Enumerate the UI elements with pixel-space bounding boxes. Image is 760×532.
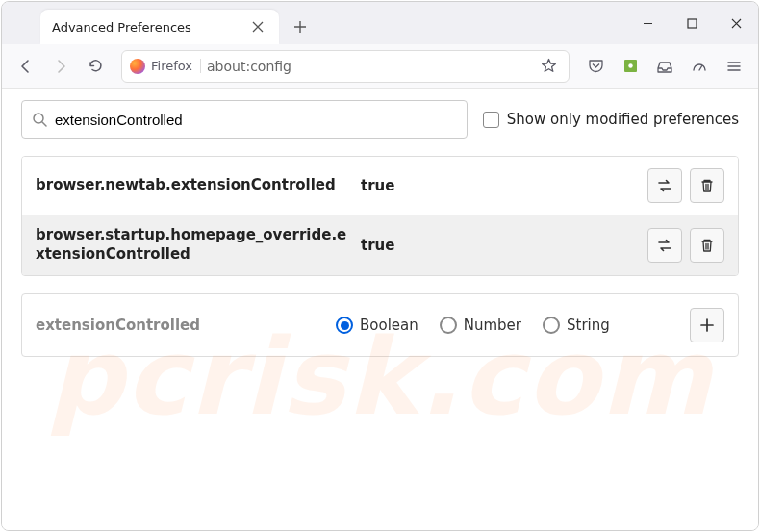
- identity-label: Firefox: [151, 59, 201, 73]
- checkbox-icon: [483, 112, 499, 128]
- profiler-button[interactable]: [683, 50, 716, 83]
- radio-label: Boolean: [360, 317, 418, 334]
- search-icon: [32, 112, 47, 127]
- type-radio-group: Boolean Number String: [336, 317, 678, 334]
- search-input[interactable]: [55, 112, 457, 128]
- new-pref-name: extensionControlled: [36, 317, 324, 334]
- pocket-button[interactable]: [579, 50, 612, 83]
- radio-icon: [543, 317, 560, 334]
- inbox-button[interactable]: [648, 50, 681, 83]
- radio-icon: [336, 317, 353, 334]
- firefox-logo-icon: [130, 59, 145, 74]
- close-window-button[interactable]: [714, 2, 758, 44]
- show-modified-checkbox[interactable]: Show only modified preferences: [483, 111, 739, 128]
- browser-tab[interactable]: Advanced Preferences: [40, 10, 279, 44]
- radio-label: Number: [464, 317, 521, 334]
- window-controls: [625, 2, 758, 44]
- pref-value: true: [361, 177, 640, 194]
- tab-title: Advanced Preferences: [52, 20, 248, 35]
- delete-button[interactable]: [690, 228, 724, 263]
- maximize-button[interactable]: [670, 2, 714, 44]
- search-box[interactable]: [21, 100, 468, 139]
- back-button[interactable]: [10, 50, 42, 83]
- prefs-table: browser.newtab.extensionControlled true …: [21, 156, 739, 276]
- add-button[interactable]: [690, 308, 724, 342]
- search-row: Show only modified preferences: [21, 100, 739, 139]
- toggle-button[interactable]: [647, 168, 682, 203]
- minimize-button[interactable]: [625, 2, 670, 44]
- pref-row: browser.newtab.extensionControlled true: [22, 157, 738, 215]
- pref-row: browser.startup.homepage_override.extens…: [22, 215, 738, 275]
- show-modified-label: Show only modified preferences: [507, 111, 739, 128]
- radio-icon: [440, 317, 457, 334]
- url-bar[interactable]: Firefox about:config: [121, 50, 570, 83]
- pref-value: true: [361, 237, 640, 254]
- nav-toolbar: Firefox about:config: [2, 44, 758, 89]
- page-content: pcrisk.com Show only modified preference…: [2, 89, 758, 530]
- toggle-button[interactable]: [647, 228, 682, 263]
- radio-number[interactable]: Number: [440, 317, 521, 334]
- close-tab-icon[interactable]: [248, 17, 267, 37]
- browser-window: Advanced Preferences Firefox: [1, 1, 759, 531]
- new-tab-button[interactable]: [283, 10, 317, 44]
- menu-button[interactable]: [718, 50, 750, 83]
- pref-name: browser.startup.homepage_override.extens…: [36, 226, 353, 264]
- delete-button[interactable]: [690, 168, 724, 203]
- bookmark-star-icon[interactable]: [536, 54, 561, 79]
- identity-box[interactable]: Firefox: [130, 59, 201, 74]
- radio-label: String: [567, 317, 610, 334]
- radio-boolean[interactable]: Boolean: [336, 317, 418, 334]
- radio-string[interactable]: String: [543, 317, 610, 334]
- reload-button[interactable]: [79, 50, 112, 83]
- url-text: about:config: [207, 59, 291, 74]
- svg-point-2: [628, 63, 632, 67]
- titlebar: Advanced Preferences: [2, 2, 758, 44]
- forward-button[interactable]: [44, 50, 77, 83]
- pref-name: browser.newtab.extensionControlled: [36, 176, 353, 195]
- svg-rect-0: [688, 19, 697, 28]
- extension-button[interactable]: [614, 50, 646, 83]
- new-pref-row: extensionControlled Boolean Number Strin…: [21, 293, 739, 357]
